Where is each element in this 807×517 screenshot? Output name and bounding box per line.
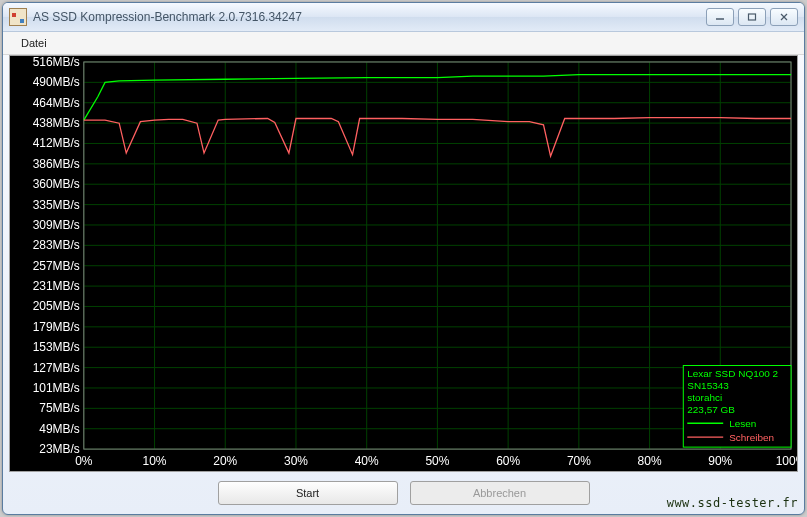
button-row: Start Abbrechen	[3, 478, 804, 508]
svg-text:23MB/s: 23MB/s	[39, 442, 80, 456]
svg-text:412MB/s: 412MB/s	[33, 136, 80, 150]
svg-text:storahci: storahci	[687, 392, 722, 403]
svg-text:335MB/s: 335MB/s	[33, 198, 80, 212]
maximize-button[interactable]	[738, 8, 766, 26]
svg-text:100%: 100%	[776, 454, 797, 468]
close-icon	[779, 13, 789, 21]
menu-file[interactable]: Datei	[13, 35, 55, 51]
window-title: AS SSD Kompression-Benchmark 2.0.7316.34…	[33, 10, 706, 24]
window-controls	[706, 8, 798, 26]
titlebar[interactable]: AS SSD Kompression-Benchmark 2.0.7316.34…	[3, 3, 804, 32]
svg-text:70%: 70%	[567, 454, 591, 468]
svg-text:205MB/s: 205MB/s	[33, 299, 80, 313]
svg-text:490MB/s: 490MB/s	[33, 75, 80, 89]
menubar: Datei	[3, 32, 804, 55]
svg-text:90%: 90%	[708, 454, 732, 468]
svg-text:127MB/s: 127MB/s	[33, 361, 80, 375]
svg-text:Lexar SSD NQ100 2: Lexar SSD NQ100 2	[687, 368, 778, 379]
svg-text:40%: 40%	[355, 454, 379, 468]
app-icon	[9, 8, 27, 26]
svg-text:464MB/s: 464MB/s	[33, 96, 80, 110]
svg-text:Lesen: Lesen	[729, 418, 756, 429]
svg-text:SN15343: SN15343	[687, 380, 729, 391]
app-window: AS SSD Kompression-Benchmark 2.0.7316.34…	[2, 2, 805, 515]
svg-text:80%: 80%	[638, 454, 662, 468]
close-button[interactable]	[770, 8, 798, 26]
chart-svg: 0%10%20%30%40%50%60%70%80%90%100%516MB/s…	[10, 56, 797, 471]
svg-rect-1	[749, 14, 756, 20]
svg-text:309MB/s: 309MB/s	[33, 218, 80, 232]
svg-text:20%: 20%	[213, 454, 237, 468]
maximize-icon	[747, 13, 757, 21]
svg-text:516MB/s: 516MB/s	[33, 56, 80, 69]
svg-text:10%: 10%	[143, 454, 167, 468]
svg-text:101MB/s: 101MB/s	[33, 381, 80, 395]
chart-area: 0%10%20%30%40%50%60%70%80%90%100%516MB/s…	[9, 55, 798, 472]
svg-text:386MB/s: 386MB/s	[33, 157, 80, 171]
svg-text:75MB/s: 75MB/s	[39, 401, 80, 415]
start-button[interactable]: Start	[218, 481, 398, 505]
svg-text:30%: 30%	[284, 454, 308, 468]
svg-text:231MB/s: 231MB/s	[33, 279, 80, 293]
svg-text:Schreiben: Schreiben	[729, 432, 774, 443]
svg-text:360MB/s: 360MB/s	[33, 177, 80, 191]
svg-text:438MB/s: 438MB/s	[33, 116, 80, 130]
minimize-button[interactable]	[706, 8, 734, 26]
cancel-button: Abbrechen	[410, 481, 590, 505]
svg-text:60%: 60%	[496, 454, 520, 468]
svg-text:0%: 0%	[75, 454, 93, 468]
svg-text:223,57 GB: 223,57 GB	[687, 404, 735, 415]
minimize-icon	[715, 13, 725, 21]
svg-text:179MB/s: 179MB/s	[33, 320, 80, 334]
svg-text:50%: 50%	[425, 454, 449, 468]
svg-text:49MB/s: 49MB/s	[39, 422, 80, 436]
svg-text:257MB/s: 257MB/s	[33, 259, 80, 273]
svg-text:283MB/s: 283MB/s	[33, 238, 80, 252]
svg-text:153MB/s: 153MB/s	[33, 340, 80, 354]
